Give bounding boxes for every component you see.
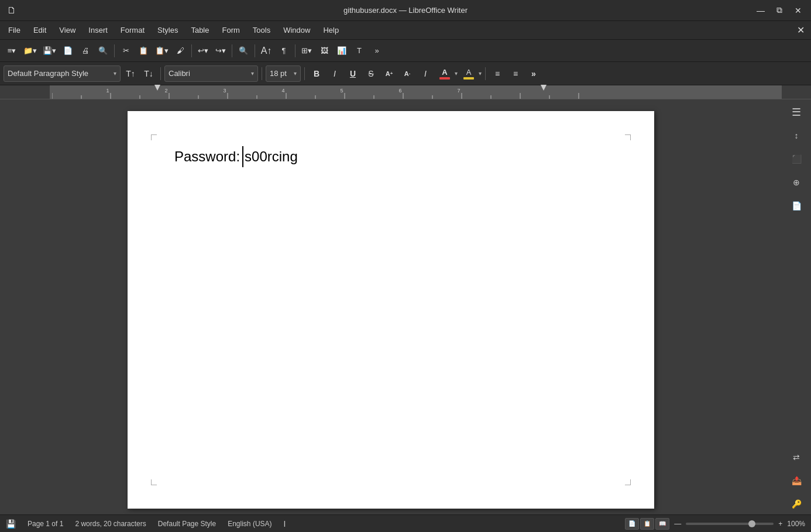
more-button[interactable]: » — [369, 43, 385, 59]
password-value-text: s00rcing — [242, 146, 298, 167]
open-button[interactable]: 📁▾ — [21, 43, 39, 59]
align-right-button[interactable]: ≡ — [507, 65, 524, 82]
print-button[interactable]: 🖨 — [77, 43, 94, 59]
separator-f3 — [304, 67, 305, 80]
sidebar-navigator-button[interactable]: ⊕ — [786, 172, 807, 193]
menu-tools[interactable]: Tools — [247, 23, 276, 37]
close-button[interactable]: ✕ — [790, 4, 806, 18]
separator-1 — [114, 44, 115, 57]
paragraph-style-label: Default Paragraph Style — [8, 69, 88, 78]
bold-button[interactable]: B — [308, 65, 325, 82]
menu-file[interactable]: File — [2, 23, 26, 37]
align-left-button[interactable]: ≡ — [489, 65, 506, 82]
subscript-button[interactable]: A- — [399, 65, 415, 82]
font-color-bar — [439, 77, 450, 80]
italic-button[interactable]: I — [327, 65, 343, 82]
new-style-button[interactable]: T↑ — [122, 65, 139, 82]
password-label-text: Password: — [174, 146, 240, 167]
font-size-inc[interactable]: A↑ — [258, 43, 274, 59]
sidebar-page-button[interactable]: 📄 — [786, 195, 807, 216]
sidebar-styles-button[interactable]: ↕ — [786, 125, 807, 146]
svg-text:6: 6 — [398, 88, 401, 94]
page-style-text: Default Page Style — [158, 520, 216, 528]
print-preview-button[interactable]: 🔍 — [95, 43, 111, 59]
zoom-plus-icon[interactable]: + — [778, 520, 782, 528]
undo-button[interactable]: ↩▾ — [195, 43, 211, 59]
book-view-button[interactable]: 📖 — [655, 518, 669, 530]
menu-view[interactable]: View — [53, 23, 81, 37]
zoom-level-text[interactable]: 100% — [787, 520, 805, 528]
restore-button[interactable]: ⧉ — [771, 4, 788, 18]
sidebar-gallery-button[interactable]: ⬛ — [786, 148, 807, 170]
sidebar-transform-button[interactable]: ⇄ — [786, 447, 807, 468]
highlight-color-button[interactable]: A — [459, 65, 478, 82]
language-item[interactable]: English (USA) — [228, 520, 272, 528]
view-buttons: 📄 📋 📖 — [625, 518, 669, 530]
word-count-text: 2 words, 20 characters — [75, 520, 146, 528]
textbox-button[interactable]: T — [351, 43, 367, 59]
copy-button[interactable]: 📋 — [135, 43, 152, 59]
menu-help[interactable]: Help — [317, 23, 345, 37]
paragraph-style-dropdown[interactable]: Default Paragraph Style ▾ — [4, 65, 121, 82]
menu-table[interactable]: Table — [185, 23, 215, 37]
title-bar: 🗋 githubuser.docx — LibreOffice Writer —… — [0, 0, 811, 21]
redo-button[interactable]: ↪▾ — [212, 43, 229, 59]
page-info-item[interactable]: Page 1 of 1 — [28, 520, 63, 528]
strikethrough-button[interactable]: S — [363, 65, 379, 82]
cut-button[interactable]: ✂ — [118, 43, 134, 59]
update-style-button[interactable]: T↓ — [140, 65, 157, 82]
svg-text:1: 1 — [106, 88, 109, 94]
highlight-color-chevron[interactable]: ▾ — [479, 70, 482, 77]
minimize-button[interactable]: — — [752, 4, 769, 18]
menu-format[interactable]: Format — [115, 23, 150, 37]
font-color-button[interactable]: A — [435, 65, 454, 82]
svg-text:2: 2 — [164, 88, 167, 94]
sidebar-properties-button[interactable]: ☰ — [786, 102, 807, 123]
paste-button[interactable]: 📋▾ — [153, 43, 171, 59]
font-size-dropdown[interactable]: 18 pt ▾ — [266, 65, 301, 82]
separator-4 — [255, 44, 255, 57]
ruler-svg: 1 2 3 4 5 6 7 — [52, 85, 779, 99]
menu-edit[interactable]: Edit — [28, 23, 52, 37]
save-button[interactable]: 💾▾ — [40, 43, 59, 59]
menu-close-button[interactable]: ✕ — [792, 23, 809, 37]
word-count-item[interactable]: 2 words, 20 characters — [75, 520, 146, 528]
ruler-right-margin — [782, 85, 811, 99]
menu-window[interactable]: Window — [277, 23, 316, 37]
formatting-marks-button[interactable]: ¶ — [276, 43, 292, 59]
chart-button[interactable]: 📊 — [334, 43, 350, 59]
font-name-dropdown[interactable]: Calibri ▾ — [164, 65, 258, 82]
document-container[interactable]: Password: s00rcing — [0, 99, 782, 514]
ruler-left-margin — [0, 85, 50, 99]
ruler[interactable]: 1 2 3 4 5 6 7 — [50, 85, 782, 99]
zoom-minus-icon[interactable]: — — [674, 520, 681, 528]
zoom-thumb — [748, 520, 755, 527]
svg-text:3: 3 — [223, 88, 226, 94]
multi-page-view-button[interactable]: 📋 — [640, 518, 654, 530]
find-button[interactable]: 🔍 — [235, 43, 252, 59]
menu-insert[interactable]: Insert — [83, 23, 114, 37]
underline-button[interactable]: U — [345, 65, 361, 82]
superscript-button[interactable]: A+ — [381, 65, 397, 82]
clone-format-button[interactable]: 🖌 — [172, 43, 188, 59]
export-pdf-button[interactable]: 📄 — [60, 43, 76, 59]
document-content[interactable]: Password: s00rcing — [174, 146, 607, 167]
zoom-slider[interactable] — [686, 523, 774, 525]
main-area: Password: s00rcing ☰ ↕ ⬛ ⊕ 📄 ⇄ 📤 🔑 — [0, 99, 811, 514]
table-button[interactable]: ⊞▾ — [298, 43, 315, 59]
sidebar-export-button[interactable]: 📤 — [786, 470, 807, 491]
corner-mark-tl — [151, 134, 157, 140]
svg-marker-27 — [541, 85, 547, 91]
chevron-down-icon-3: ▾ — [294, 70, 297, 77]
toolbar-standard: ≡▾ 📁▾ 💾▾ 📄 🖨 🔍 ✂ 📋 📋▾ 🖌 ↩▾ ↪▾ 🔍 A↑ ¶ ⊞▾ … — [0, 40, 811, 62]
italic2-button[interactable]: I — [417, 65, 434, 82]
page-style-item[interactable]: Default Page Style — [158, 520, 216, 528]
font-color-chevron[interactable]: ▾ — [455, 70, 458, 77]
more-format-button[interactable]: » — [525, 65, 542, 82]
sidebar-signout-button[interactable]: 🔑 — [786, 493, 807, 514]
single-page-view-button[interactable]: 📄 — [625, 518, 639, 530]
image-button[interactable]: 🖼 — [316, 43, 332, 59]
menu-styles[interactable]: Styles — [152, 23, 184, 37]
new-button[interactable]: ≡▾ — [4, 43, 20, 59]
menu-form[interactable]: Form — [216, 23, 245, 37]
